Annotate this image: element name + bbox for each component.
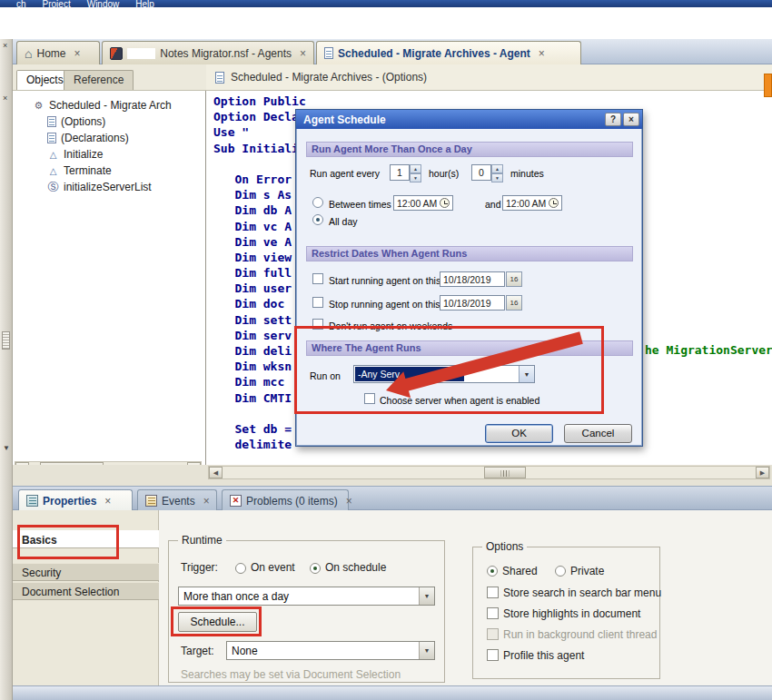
close-icon[interactable]: × <box>539 47 545 60</box>
status-bar <box>13 685 772 700</box>
private-radio[interactable] <box>555 566 566 577</box>
menu-item-project[interactable]: Project <box>43 0 71 7</box>
agent-document-icon <box>324 47 333 59</box>
chevron-down-icon[interactable]: ▼ <box>419 587 434 605</box>
tree-item-terminate[interactable]: △ Terminate <box>47 163 112 179</box>
props-nav: Basics Security Document Selection <box>13 510 159 685</box>
profile-agent-label: Profile this agent <box>503 649 584 662</box>
target-label: Target: <box>181 645 214 657</box>
close-icon[interactable]: × <box>346 495 352 508</box>
store-search-label: Store search in search bar menu <box>503 587 661 599</box>
calendar-button[interactable]: 16 <box>506 295 522 311</box>
close-icon[interactable]: × <box>203 495 210 508</box>
all-day-radio[interactable] <box>312 214 323 225</box>
scroll-thumb[interactable] <box>484 467 526 478</box>
hours-spinner[interactable]: 1 ▲▼ <box>390 164 421 181</box>
on-event-radio[interactable] <box>235 563 246 574</box>
stop-date-field[interactable]: 10/18/2019 <box>440 295 505 311</box>
schedule-button[interactable]: Schedule... <box>178 612 257 632</box>
cancel-button[interactable]: Cancel <box>564 424 632 443</box>
chevron-down-icon[interactable]: ▼ <box>519 366 534 382</box>
minutes-value[interactable]: 0 <box>471 164 491 181</box>
choose-server-checkbox[interactable] <box>364 393 375 404</box>
tree-item-options[interactable]: (Options) <box>47 113 105 130</box>
menu-item-help[interactable]: Help <box>135 0 154 7</box>
spinner-arrows[interactable]: ▲▼ <box>410 164 421 181</box>
agent-schedule-dialog: Agent Schedule ? × Run Agent More Than O… <box>295 109 643 447</box>
dialog-close-button[interactable]: × <box>623 113 639 126</box>
start-time-field[interactable]: 12:00 AM <box>393 195 453 211</box>
tree-item-label: initializeServerList <box>64 181 152 193</box>
scroll-marker[interactable] <box>764 74 772 97</box>
close-icon[interactable]: × <box>300 47 306 60</box>
dialog-help-button[interactable]: ? <box>605 113 621 126</box>
tab-events[interactable]: Events × <box>137 489 217 511</box>
tree-item-initializeserverlist[interactable]: Ⓢ initializeServerList <box>47 179 152 195</box>
minutes-spinner[interactable]: 0 ▲▼ <box>471 164 503 181</box>
on-schedule-label: On schedule <box>325 561 386 574</box>
schedule-type-dropdown[interactable]: More than once a day ▼ <box>178 587 435 606</box>
bottom-tabbar: Properties × Events × ✕ Problems (0 item… <box>13 486 772 510</box>
nav-document-selection[interactable]: Document Selection <box>13 582 159 600</box>
calendar-button[interactable]: 16 <box>506 271 522 287</box>
clock-icon[interactable] <box>549 198 559 208</box>
spinner-arrows[interactable]: ▲▼ <box>491 164 503 181</box>
run-on-server-combo[interactable]: -Any Serv ▼ <box>353 365 535 383</box>
start-date-field[interactable]: 10/18/2019 <box>440 271 505 287</box>
close-icon[interactable]: × <box>74 47 80 60</box>
options-legend: Options <box>482 540 527 553</box>
store-search-checkbox[interactable] <box>487 587 499 598</box>
ok-button[interactable]: OK <box>485 424 553 443</box>
scroll-right-icon[interactable]: ▶ <box>756 467 769 478</box>
dialog-title: Agent Schedule <box>303 113 603 126</box>
clock-icon[interactable] <box>440 198 450 208</box>
tab-home[interactable]: ⌂ Home × <box>16 41 100 64</box>
menu-item[interactable]: ch <box>16 0 26 7</box>
scroll-left-icon[interactable]: ◀ <box>209 467 223 478</box>
close-icon[interactable]: × <box>3 42 7 50</box>
target-dropdown[interactable]: None ▼ <box>226 641 435 660</box>
dialog-titlebar[interactable]: Agent Schedule ? × <box>296 110 642 129</box>
tab-notes-migrator[interactable]: Notes Migrator.nsf - Agents × <box>102 41 314 64</box>
start-date-value: 10/18/2019 <box>443 274 491 285</box>
close-icon[interactable]: × <box>3 94 7 103</box>
weekends-checkbox[interactable] <box>312 319 323 330</box>
tree-item-label: (Options) <box>61 115 105 128</box>
sub-icon: △ <box>47 150 59 160</box>
tab-reference[interactable]: Reference <box>64 70 134 90</box>
panel-drag-handle[interactable] <box>2 331 10 350</box>
on-event-label: On event <box>251 561 295 574</box>
between-times-label: Between times <box>329 199 391 210</box>
tab-label: Properties <box>43 495 96 508</box>
close-icon[interactable]: × <box>104 495 111 508</box>
store-highlights-checkbox[interactable] <box>487 607 499 619</box>
document-tabbar: ⌂ Home × Notes Migrator.nsf - Agents × S… <box>13 39 772 64</box>
run-on-label: Run on <box>310 370 341 381</box>
chevron-down-icon[interactable]: ▼ <box>3 444 10 452</box>
tab-problems[interactable]: ✕ Problems (0 items) × <box>222 489 349 511</box>
editor-hscrollbar[interactable]: ◀ ▶ <box>208 466 770 479</box>
start-date-checkbox[interactable] <box>312 273 323 284</box>
shared-radio[interactable] <box>487 566 498 577</box>
stop-date-checkbox[interactable] <box>312 297 323 308</box>
tree-item-declarations[interactable]: (Declarations) <box>47 130 129 146</box>
stop-date-value: 10/18/2019 <box>443 298 491 309</box>
tab-properties[interactable]: Properties × <box>18 489 133 511</box>
tree-item-initialize[interactable]: △ Initialize <box>47 146 103 163</box>
between-times-radio[interactable] <box>312 197 323 208</box>
notes-app-icon <box>110 47 123 60</box>
tree-item-agent[interactable]: ⚙ Scheduled - Migrate Arch <box>33 97 172 113</box>
scroll-track[interactable] <box>223 467 756 478</box>
on-schedule-radio[interactable] <box>310 563 321 574</box>
properties-icon <box>26 495 38 507</box>
tree-item-label: Scheduled - Migrate Arch <box>49 99 172 112</box>
menu-item-window[interactable]: Window <box>87 0 120 7</box>
tab-scheduled-agent[interactable]: Scheduled - Migrate Archives - Agent × <box>316 41 581 64</box>
nav-security[interactable]: Security <box>13 563 159 581</box>
end-time-field[interactable]: 12:00 AM <box>502 195 562 211</box>
profile-agent-checkbox[interactable] <box>487 649 499 661</box>
hours-value[interactable]: 1 <box>390 164 410 181</box>
nav-basics[interactable]: Basics <box>13 530 159 548</box>
options-group: Options Shared Private Store search in s… <box>472 547 660 679</box>
chevron-down-icon[interactable]: ▼ <box>419 642 434 659</box>
